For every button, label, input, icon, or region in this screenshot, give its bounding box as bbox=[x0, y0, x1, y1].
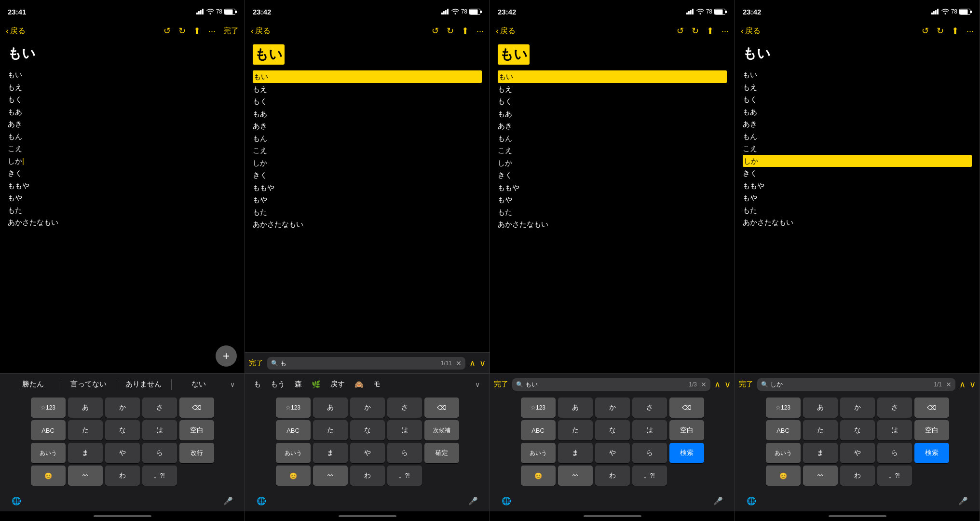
key-sa[interactable]: さ bbox=[877, 398, 912, 418]
nav-back-button[interactable]: ‹ 戻る bbox=[496, 26, 516, 36]
key-aiueo[interactable]: あいう bbox=[521, 443, 556, 463]
key-sa[interactable]: さ bbox=[387, 398, 422, 418]
key-na[interactable]: な bbox=[105, 420, 140, 440]
key-aiueo[interactable]: あいう bbox=[766, 443, 801, 463]
undo-icon[interactable]: ↺ bbox=[922, 26, 929, 36]
key-punct[interactable]: 。?! bbox=[387, 466, 422, 486]
key-123[interactable]: ☆123 bbox=[766, 398, 801, 418]
microphone-icon[interactable]: 🎤 bbox=[468, 496, 478, 506]
search-field[interactable]: 🔍 もい 1/3 ✕ bbox=[512, 378, 710, 391]
key-delete[interactable]: ⌫ bbox=[914, 398, 949, 418]
more-icon[interactable]: ··· bbox=[476, 26, 484, 36]
key-space[interactable]: 次候補 bbox=[424, 420, 459, 440]
key-abc[interactable]: ABC bbox=[31, 420, 66, 440]
microphone-icon[interactable]: 🎤 bbox=[223, 496, 233, 506]
key-abc[interactable]: ABC bbox=[521, 420, 556, 440]
key-ha[interactable]: は bbox=[387, 420, 422, 440]
key-aiueo[interactable]: あいう bbox=[276, 443, 311, 463]
redo-icon[interactable]: ↻ bbox=[692, 26, 699, 36]
search-next-button[interactable]: ∨ bbox=[479, 358, 486, 369]
prediction-more[interactable]: ∨ bbox=[471, 379, 484, 390]
nav-back-button[interactable]: ‹ 戻る bbox=[6, 26, 26, 36]
more-icon[interactable]: ··· bbox=[208, 26, 216, 36]
search-next-button[interactable]: ∨ bbox=[724, 379, 731, 390]
prediction-item-3[interactable]: 🌿 bbox=[309, 378, 324, 391]
key-ka[interactable]: か bbox=[105, 398, 140, 418]
key-space[interactable]: 空白 bbox=[179, 420, 214, 440]
key-ya[interactable]: や bbox=[350, 443, 385, 463]
share-icon[interactable]: ⬆ bbox=[952, 26, 959, 36]
key-space[interactable]: 空白 bbox=[914, 420, 949, 440]
key-wa[interactable]: わ bbox=[595, 466, 630, 486]
key-ma[interactable]: ま bbox=[68, 443, 103, 463]
search-prev-button[interactable]: ∧ bbox=[469, 358, 476, 369]
undo-icon[interactable]: ↺ bbox=[163, 26, 171, 36]
share-icon[interactable]: ⬆ bbox=[193, 26, 201, 36]
key-delete[interactable]: ⌫ bbox=[424, 398, 459, 418]
key-ka[interactable]: か bbox=[595, 398, 630, 418]
key-hat[interactable]: ^^ bbox=[803, 466, 838, 486]
key-ha[interactable]: は bbox=[632, 420, 667, 440]
nav-back-button[interactable]: ‹ 戻る bbox=[741, 26, 761, 36]
key-emoji[interactable]: 😊 bbox=[276, 466, 311, 486]
key-a[interactable]: あ bbox=[803, 398, 838, 418]
key-ra[interactable]: ら bbox=[877, 443, 912, 463]
key-123[interactable]: ☆123 bbox=[276, 398, 311, 418]
key-123[interactable]: ☆123 bbox=[31, 398, 66, 418]
key-hat[interactable]: ^^ bbox=[558, 466, 593, 486]
search-done-button[interactable]: 完了 bbox=[739, 380, 753, 389]
prediction-item-4[interactable]: 戻す bbox=[327, 378, 348, 391]
key-123[interactable]: ☆123 bbox=[521, 398, 556, 418]
prediction-more[interactable]: ∨ bbox=[226, 379, 239, 390]
redo-icon[interactable]: ↻ bbox=[447, 26, 454, 36]
more-icon[interactable]: ··· bbox=[966, 26, 974, 36]
search-prev-button[interactable]: ∧ bbox=[714, 379, 721, 390]
globe-icon[interactable]: 🌐 bbox=[257, 496, 266, 506]
key-punct[interactable]: 。?! bbox=[142, 466, 177, 486]
share-icon[interactable]: ⬆ bbox=[462, 26, 469, 36]
globe-icon[interactable]: 🌐 bbox=[747, 496, 756, 506]
key-na[interactable]: な bbox=[840, 420, 875, 440]
key-ta[interactable]: た bbox=[558, 420, 593, 440]
key-ya[interactable]: や bbox=[840, 443, 875, 463]
globe-icon[interactable]: 🌐 bbox=[12, 496, 21, 506]
key-ha[interactable]: は bbox=[142, 420, 177, 440]
undo-icon[interactable]: ↺ bbox=[677, 26, 684, 36]
key-ka[interactable]: か bbox=[840, 398, 875, 418]
key-ha[interactable]: は bbox=[877, 420, 912, 440]
key-a[interactable]: あ bbox=[313, 398, 348, 418]
search-clear-icon[interactable]: ✕ bbox=[701, 381, 707, 388]
prediction-item-5[interactable]: 🙈 bbox=[352, 378, 367, 391]
key-aiueo[interactable]: あいう bbox=[31, 443, 66, 463]
key-enter[interactable]: 検索 bbox=[914, 443, 949, 463]
key-punct[interactable]: 。?! bbox=[632, 466, 667, 486]
nav-done-button[interactable]: 完了 bbox=[223, 26, 239, 36]
nav-back-button[interactable]: ‹ 戻る bbox=[251, 26, 271, 36]
key-hat[interactable]: ^^ bbox=[68, 466, 103, 486]
key-ta[interactable]: た bbox=[803, 420, 838, 440]
key-abc[interactable]: ABC bbox=[766, 420, 801, 440]
redo-icon[interactable]: ↻ bbox=[178, 26, 186, 36]
key-na[interactable]: な bbox=[595, 420, 630, 440]
prediction-item-2[interactable]: 森 bbox=[292, 378, 305, 391]
share-icon[interactable]: ⬆ bbox=[707, 26, 714, 36]
key-sa[interactable]: さ bbox=[632, 398, 667, 418]
more-icon[interactable]: ··· bbox=[721, 26, 729, 36]
prediction-item-3[interactable]: ない bbox=[172, 378, 227, 391]
search-done-button[interactable]: 完了 bbox=[249, 358, 263, 368]
undo-icon[interactable]: ↺ bbox=[432, 26, 439, 36]
search-prev-button[interactable]: ∧ bbox=[959, 379, 966, 390]
redo-icon[interactable]: ↻ bbox=[937, 26, 944, 36]
key-ma[interactable]: ま bbox=[803, 443, 838, 463]
key-enter[interactable]: 検索 bbox=[669, 443, 704, 463]
key-ya[interactable]: や bbox=[105, 443, 140, 463]
globe-icon[interactable]: 🌐 bbox=[502, 496, 511, 506]
key-ta[interactable]: た bbox=[313, 420, 348, 440]
key-emoji[interactable]: 😊 bbox=[521, 466, 556, 486]
prediction-item-0[interactable]: も bbox=[251, 378, 264, 391]
key-emoji[interactable]: 😊 bbox=[766, 466, 801, 486]
prediction-item-0[interactable]: 勝たん bbox=[6, 378, 61, 391]
key-ya[interactable]: や bbox=[595, 443, 630, 463]
key-punct[interactable]: 。?! bbox=[877, 466, 912, 486]
key-ma[interactable]: ま bbox=[558, 443, 593, 463]
